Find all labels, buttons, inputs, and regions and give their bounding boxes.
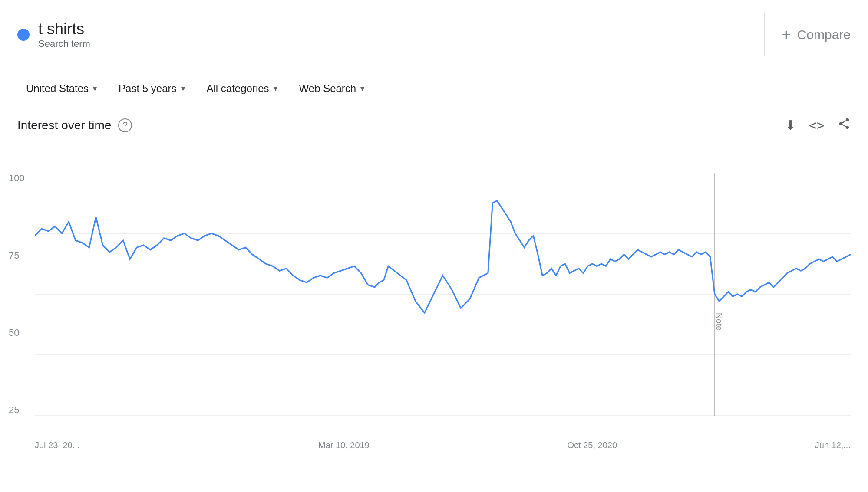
term-name: t shirts: [38, 20, 90, 38]
help-icon[interactable]: ?: [118, 118, 132, 132]
chart-container: 100 75 50 25 Note: [0, 155, 868, 459]
y-label-50: 50: [9, 327, 25, 338]
download-icon[interactable]: ⬇: [785, 118, 796, 133]
chart-title-row: Interest over time ?: [17, 118, 132, 132]
x-label-2019: Mar 10, 2019: [318, 440, 370, 450]
embed-icon[interactable]: <>: [809, 118, 825, 133]
x-axis-labels: Jul 23, 20... Mar 10, 2019 Oct 25, 2020 …: [35, 440, 851, 450]
line-chart-svg: Note: [35, 173, 851, 416]
time-range-label: Past 5 years: [119, 82, 176, 95]
category-chevron-icon: ▾: [274, 84, 277, 93]
term-sub: Search term: [38, 38, 90, 49]
chart-actions: ⬇ <>: [785, 117, 851, 133]
category-label: All categories: [207, 82, 269, 95]
filters-bar: United States ▾ Past 5 years ▾ All categ…: [0, 69, 868, 108]
chart-section: Interest over time ? ⬇ <> 100 75 50 25: [0, 108, 868, 459]
x-label-start: Jul 23, 20...: [35, 440, 79, 450]
compare-plus-icon: +: [782, 26, 791, 44]
chart-title: Interest over time: [17, 118, 111, 132]
y-label-25: 25: [9, 404, 25, 416]
share-icon[interactable]: [838, 117, 851, 133]
svg-text:Note: Note: [715, 313, 724, 331]
region-label: United States: [26, 82, 89, 95]
category-filter[interactable]: All categories ▾: [198, 78, 286, 99]
x-label-2020: Oct 25, 2020: [568, 440, 617, 450]
header-divider: [764, 13, 765, 56]
term-info: t shirts Search term: [38, 20, 90, 49]
search-type-filter[interactable]: Web Search ▾: [290, 78, 373, 99]
region-filter[interactable]: United States ▾: [17, 78, 106, 99]
y-axis-labels: 100 75 50 25: [9, 173, 25, 416]
x-label-end: Jun 12,...: [815, 440, 851, 450]
compare-button[interactable]: + Compare: [782, 26, 851, 44]
time-range-filter[interactable]: Past 5 years ▾: [110, 78, 193, 99]
y-label-100: 100: [9, 173, 25, 184]
search-term-dot: [17, 29, 30, 41]
search-type-chevron-icon: ▾: [360, 84, 364, 93]
y-label-75: 75: [9, 250, 25, 261]
search-type-label: Web Search: [299, 82, 356, 95]
compare-label: Compare: [797, 27, 851, 42]
search-term-block: t shirts Search term: [17, 20, 747, 49]
chart-header: Interest over time ? ⬇ <>: [0, 108, 868, 142]
header: t shirts Search term + Compare: [0, 0, 868, 69]
chart-area: Note: [35, 173, 851, 416]
time-range-chevron-icon: ▾: [181, 84, 185, 93]
region-chevron-icon: ▾: [93, 84, 97, 93]
